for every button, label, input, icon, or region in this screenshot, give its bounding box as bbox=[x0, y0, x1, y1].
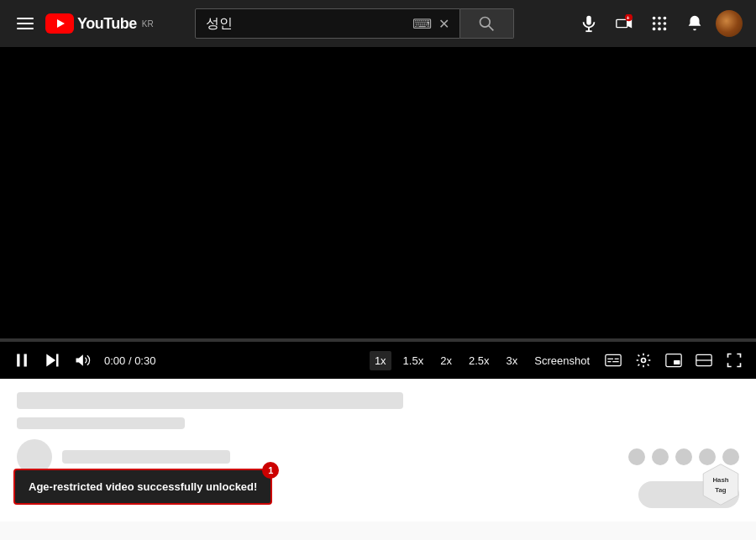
toast-notification: Age-restricted video successfully unlock… bbox=[13, 469, 272, 505]
svg-point-14 bbox=[653, 17, 656, 20]
miniplayer-button[interactable] bbox=[662, 349, 685, 371]
youtube-icon bbox=[45, 13, 74, 34]
menu-button[interactable] bbox=[13, 12, 37, 35]
svg-rect-0 bbox=[17, 18, 34, 19]
svg-point-19 bbox=[664, 22, 667, 25]
svg-marker-25 bbox=[46, 354, 55, 367]
header: YouTube KR 성인 ⌨ ✕ bbox=[0, 0, 756, 47]
toast-message: Age-restricted video successfully unlock… bbox=[29, 480, 257, 493]
svg-point-15 bbox=[658, 17, 661, 20]
svg-rect-1 bbox=[17, 23, 34, 24]
dot-3 bbox=[675, 448, 692, 465]
next-button[interactable] bbox=[40, 349, 64, 372]
video-player: 0:00 / 0:30 1x 1.5x 2x 2.5x 3x Screensho… bbox=[0, 47, 756, 379]
logo-text: YouTube bbox=[77, 15, 137, 33]
avatar[interactable] bbox=[716, 10, 743, 37]
search-value: 성인 bbox=[206, 15, 406, 33]
content-area: Age-restricted video successfully unlock… bbox=[0, 379, 756, 522]
svg-point-21 bbox=[658, 28, 661, 31]
svg-point-33 bbox=[642, 359, 646, 363]
svg-marker-38 bbox=[703, 464, 738, 506]
search-box[interactable]: 성인 ⌨ ✕ bbox=[195, 8, 460, 39]
dot-2 bbox=[652, 448, 669, 465]
svg-rect-10 bbox=[617, 19, 627, 27]
speed-2-5x-button[interactable]: 2.5x bbox=[464, 351, 495, 370]
search-button[interactable] bbox=[460, 8, 514, 39]
hashtag-line1: Hash bbox=[712, 476, 728, 484]
title-skeleton bbox=[17, 392, 403, 409]
mic-button[interactable] bbox=[575, 9, 603, 38]
svg-point-16 bbox=[664, 17, 667, 20]
svg-rect-2 bbox=[17, 28, 34, 29]
hashtag-hex-icon: Hash Tag bbox=[699, 463, 743, 506]
settings-button[interactable] bbox=[632, 349, 655, 372]
svg-text:+: + bbox=[627, 15, 630, 21]
apps-button[interactable] bbox=[645, 9, 674, 38]
hashtag-line2: Tag bbox=[715, 486, 727, 494]
svg-point-17 bbox=[653, 22, 656, 25]
toast-badge: 1 bbox=[262, 462, 279, 479]
svg-point-18 bbox=[658, 22, 661, 25]
pause-button[interactable] bbox=[10, 349, 34, 372]
create-button[interactable]: + bbox=[610, 9, 638, 38]
dot-1 bbox=[628, 448, 645, 465]
subtitle-skeleton bbox=[17, 417, 185, 429]
keyboard-icon[interactable]: ⌨ bbox=[412, 16, 432, 32]
clear-search-icon[interactable]: ✕ bbox=[438, 16, 449, 32]
progress-bar-container[interactable] bbox=[0, 338, 756, 342]
svg-rect-35 bbox=[674, 360, 680, 364]
svg-marker-27 bbox=[76, 354, 83, 365]
hashtag-logo: Hash Tag bbox=[699, 463, 743, 510]
svg-point-5 bbox=[480, 18, 491, 28]
speed-1-5x-button[interactable]: 1.5x bbox=[398, 351, 429, 370]
svg-rect-28 bbox=[606, 354, 621, 365]
svg-rect-26 bbox=[56, 354, 59, 367]
svg-rect-23 bbox=[17, 354, 19, 367]
speed-3x-button[interactable]: 3x bbox=[501, 351, 523, 370]
subtitles-button[interactable] bbox=[601, 350, 625, 370]
notifications-button[interactable] bbox=[680, 9, 709, 38]
header-actions: + bbox=[575, 9, 743, 38]
screenshot-button[interactable]: Screenshot bbox=[529, 351, 595, 370]
search-area: 성인 ⌨ ✕ bbox=[195, 8, 514, 39]
speed-2x-button[interactable]: 2x bbox=[435, 351, 457, 370]
svg-line-6 bbox=[489, 26, 494, 31]
time-display: 0:00 / 0:30 bbox=[104, 354, 155, 367]
svg-rect-7 bbox=[586, 16, 591, 25]
avatar-image bbox=[716, 10, 743, 37]
speed-1x-button[interactable]: 1x bbox=[370, 351, 391, 370]
theater-button[interactable] bbox=[692, 350, 716, 370]
youtube-logo[interactable]: YouTube KR bbox=[45, 13, 154, 34]
fullscreen-button[interactable] bbox=[722, 349, 746, 372]
video-area[interactable] bbox=[0, 47, 756, 338]
svg-rect-24 bbox=[24, 354, 27, 367]
channel-name-skeleton bbox=[62, 450, 230, 464]
player-controls: 0:00 / 0:30 1x 1.5x 2x 2.5x 3x Screensho… bbox=[0, 342, 756, 379]
logo-kr: KR bbox=[142, 19, 154, 29]
svg-point-20 bbox=[653, 28, 656, 31]
svg-point-22 bbox=[664, 28, 667, 31]
volume-button[interactable] bbox=[71, 349, 94, 372]
